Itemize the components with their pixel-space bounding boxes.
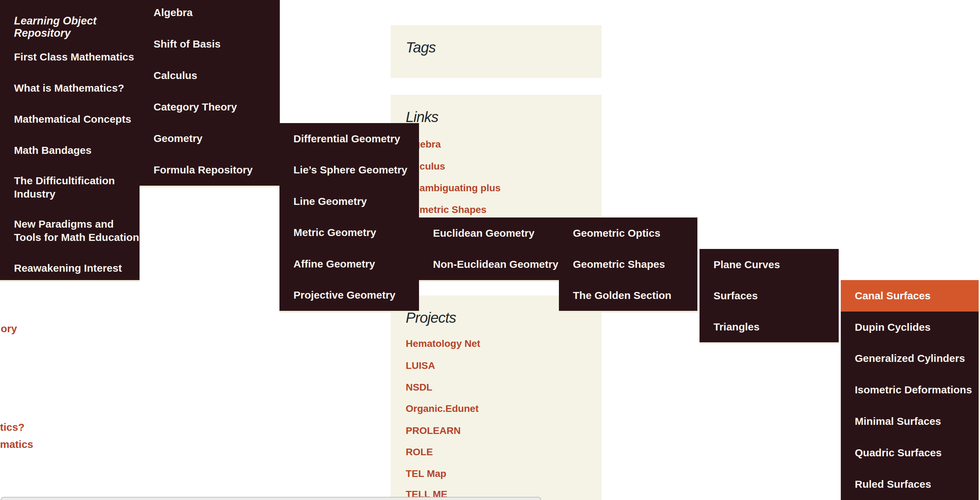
clipped-link-ory[interactable]: ory bbox=[1, 323, 17, 335]
link-hematology-net[interactable]: Hematology Net bbox=[406, 338, 480, 349]
menu-level-1: Learning Object Repository First Class M… bbox=[0, 0, 140, 282]
menu-item-geometric-shapes[interactable]: Geometric Shapes bbox=[559, 249, 697, 280]
menu-item-triangles[interactable]: Triangles bbox=[700, 311, 839, 342]
menu-item-geometry[interactable]: Geometry bbox=[140, 123, 280, 154]
menu-item-plane-curves[interactable]: Plane Curves bbox=[700, 249, 839, 280]
menu-item-what-is-mathematics[interactable]: What is Mathematics? bbox=[0, 72, 140, 103]
clipped-link-matics[interactable]: matics bbox=[0, 438, 33, 450]
menu-item-affine-geometry[interactable]: Affine Geometry bbox=[280, 248, 419, 280]
link-prolearn[interactable]: PROLEARN bbox=[406, 425, 461, 437]
menu-item-dupin-cyclides[interactable]: Dupin Cyclides bbox=[841, 311, 978, 343]
menu-item-metric-geometry[interactable]: Metric Geometry bbox=[280, 217, 419, 249]
link-organic-edunet[interactable]: Organic.Edunet bbox=[406, 403, 479, 414]
menu-level-7: Canal Surfaces Dupin Cyclides Generalize… bbox=[841, 280, 978, 500]
page: Tags Links Projects Algebra Calculus Dis… bbox=[0, 0, 980, 500]
menu-item-formula-repository[interactable]: Formula Repository bbox=[140, 154, 280, 186]
menu-item-geometric-optics[interactable]: Geometric Optics bbox=[559, 217, 697, 249]
status-bar bbox=[1, 497, 541, 500]
menu-level-5: Geometric Optics Geometric Shapes The Go… bbox=[559, 217, 697, 313]
menu-level-4: Euclidean Geometry Non-Euclidean Geometr… bbox=[419, 217, 559, 282]
menu-item-the-golden-section[interactable]: The Golden Section bbox=[559, 280, 697, 311]
menu-item-quadric-surfaces[interactable]: Quadric Surfaces bbox=[841, 437, 978, 468]
menu-item-surfaces[interactable]: Surfaces bbox=[700, 280, 839, 311]
menu-level-2: Algebra Shift of Basis Calculus Category… bbox=[140, 0, 280, 187]
menu-item-differential-geometry[interactable]: Differential Geometry bbox=[280, 123, 419, 154]
link-luisa[interactable]: LUISA bbox=[406, 360, 435, 371]
menu-item-ruled-surfaces[interactable]: Ruled Surfaces bbox=[841, 468, 978, 500]
menu-item-generalized-cylinders[interactable]: Generalized Cylinders bbox=[841, 343, 978, 375]
menu-item-first-class-mathematics[interactable]: First Class Mathematics bbox=[0, 41, 140, 72]
links-panel: Links bbox=[391, 95, 601, 217]
menu-level-6: Plane Curves Surfaces Triangles bbox=[700, 249, 839, 344]
menu-item-reawakening-interest[interactable]: Reawakening Interest bbox=[0, 252, 140, 284]
menu-item-new-paradigms[interactable]: New Paradigms and Tools for Math Educati… bbox=[0, 209, 140, 252]
menu-item-non-euclidean-geometry[interactable]: Non-Euclidean Geometry bbox=[419, 249, 559, 281]
panel-edge-strip bbox=[978, 280, 980, 500]
menu-item-mathematical-concepts[interactable]: Mathematical Concepts bbox=[0, 103, 140, 135]
menu-item-difficultification-industry[interactable]: The Difficultification Industry bbox=[0, 166, 140, 209]
menu-item-canal-surfaces-selected[interactable]: Canal Surfaces bbox=[841, 280, 978, 311]
link-role[interactable]: ROLE bbox=[406, 446, 433, 458]
menu-item-shift-of-basis[interactable]: Shift of Basis bbox=[140, 28, 280, 60]
link-tel-map[interactable]: TEL Map bbox=[406, 468, 446, 479]
link-nsdl[interactable]: NSDL bbox=[406, 382, 432, 393]
links-heading: Links bbox=[391, 95, 601, 126]
menu-level-3: Differential Geometry Lie’s Sphere Geome… bbox=[280, 123, 419, 313]
menu-item-category-theory[interactable]: Category Theory bbox=[140, 91, 280, 123]
tags-heading: Tags bbox=[391, 25, 601, 57]
menu-title[interactable]: Learning Object Repository bbox=[0, 0, 140, 41]
menu-item-minimal-surfaces[interactable]: Minimal Surfaces bbox=[841, 406, 978, 437]
tags-panel: Tags bbox=[391, 25, 601, 78]
menu-item-lies-sphere-geometry[interactable]: Lie’s Sphere Geometry bbox=[280, 154, 419, 186]
menu-item-line-geometry[interactable]: Line Geometry bbox=[280, 186, 419, 217]
menu-item-math-bandages[interactable]: Math Bandages bbox=[0, 135, 140, 166]
menu-title-line: Learning Object bbox=[14, 15, 140, 27]
menu-title-line: Repository bbox=[14, 27, 140, 39]
menu-item-algebra[interactable]: Algebra bbox=[140, 0, 280, 28]
clipped-link-tics[interactable]: tics? bbox=[0, 421, 24, 433]
menu-item-isometric-deformations[interactable]: Isometric Deformations bbox=[841, 374, 978, 406]
menu-item-projective-geometry[interactable]: Projective Geometry bbox=[280, 280, 419, 311]
menu-item-calculus[interactable]: Calculus bbox=[140, 60, 280, 91]
menu-item-euclidean-geometry[interactable]: Euclidean Geometry bbox=[419, 217, 559, 249]
